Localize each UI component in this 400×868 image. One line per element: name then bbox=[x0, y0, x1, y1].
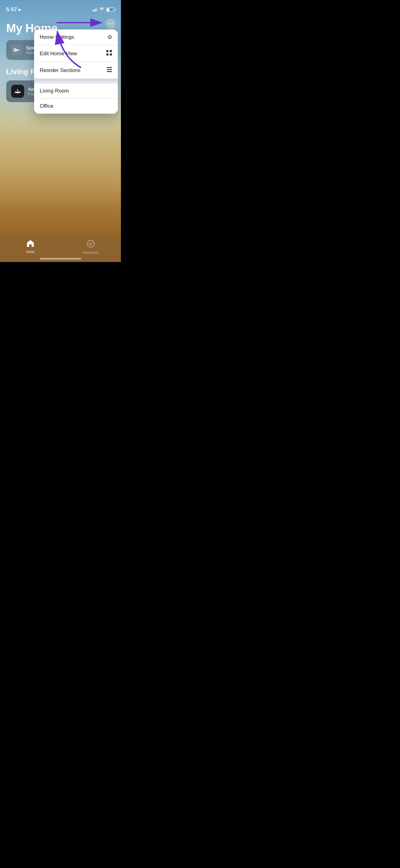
svg-rect-10 bbox=[110, 50, 112, 52]
svg-rect-14 bbox=[107, 69, 112, 70]
svg-rect-4 bbox=[14, 92, 21, 93]
gear-icon: ⚙ bbox=[107, 34, 112, 41]
wifi-icon bbox=[99, 7, 104, 12]
menu-item-reorder-sections[interactable]: Reorder Sections bbox=[34, 62, 118, 79]
svg-rect-1 bbox=[16, 49, 18, 51]
svg-rect-11 bbox=[106, 53, 108, 56]
menu-item-office[interactable]: Office bbox=[34, 99, 118, 114]
svg-rect-12 bbox=[110, 53, 112, 56]
svg-point-3 bbox=[14, 49, 15, 51]
signal-icon bbox=[92, 8, 98, 11]
status-time: 5:57 bbox=[6, 6, 17, 13]
home-tab-label: Home bbox=[26, 250, 34, 254]
svg-rect-13 bbox=[107, 67, 112, 68]
home-indicator bbox=[40, 258, 81, 259]
svg-rect-9 bbox=[106, 50, 108, 52]
speakers-icon bbox=[11, 44, 22, 56]
grid-icon bbox=[106, 50, 112, 57]
ellipsis-icon: ··· bbox=[108, 21, 113, 27]
edit-home-label: Edit Home View bbox=[40, 51, 77, 57]
tab-automation[interactable]: Automation bbox=[61, 239, 121, 254]
status-icons: 40 bbox=[92, 7, 115, 12]
menu-item-home-settings[interactable]: Home Settings ⚙ bbox=[34, 30, 118, 45]
home-tab-icon bbox=[26, 239, 35, 249]
tab-home[interactable]: Home bbox=[0, 239, 61, 254]
status-bar: 5:57 ▶ 40 bbox=[0, 0, 121, 16]
appletv-icon bbox=[11, 85, 24, 98]
svg-rect-5 bbox=[16, 93, 19, 93]
office-label: Office bbox=[40, 103, 53, 109]
location-icon: ▶ bbox=[19, 7, 22, 12]
svg-rect-15 bbox=[107, 71, 112, 72]
battery-icon: 40 bbox=[106, 7, 115, 12]
dropdown-menu: Home Settings ⚙ Edit Home View Reorder S… bbox=[34, 30, 118, 114]
menu-group-rooms: Living Room Office bbox=[34, 84, 118, 114]
svg-rect-2 bbox=[18, 49, 20, 51]
menu-item-living-room[interactable]: Living Room bbox=[34, 84, 118, 99]
more-options-button[interactable]: ··· bbox=[105, 19, 116, 29]
list-icon bbox=[107, 66, 112, 74]
reorder-sections-label: Reorder Sections bbox=[40, 67, 80, 73]
automation-tab-label: Automation bbox=[83, 251, 99, 254]
home-settings-label: Home Settings bbox=[40, 34, 74, 40]
automation-tab-icon bbox=[87, 239, 95, 250]
living-room-label: Living Room bbox=[40, 88, 69, 94]
menu-group-settings: Home Settings ⚙ Edit Home View Reorder S… bbox=[34, 30, 118, 79]
menu-divider bbox=[34, 79, 118, 81]
menu-item-edit-home[interactable]: Edit Home View bbox=[34, 45, 118, 62]
